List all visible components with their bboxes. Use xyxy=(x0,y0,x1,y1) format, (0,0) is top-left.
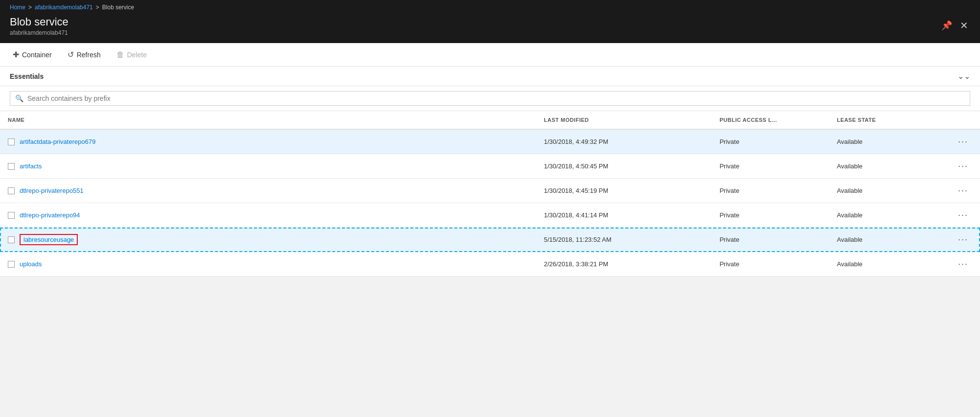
row-checkbox[interactable] xyxy=(8,163,15,170)
public-access-cell: Private xyxy=(712,252,829,277)
name-cell-content: artifactdata-privaterepo679 xyxy=(8,138,528,145)
toolbar: ✚ Container ↺ Refresh 🗑 Delete xyxy=(0,43,980,67)
name-cell: dtlrepo-privaterepo94 xyxy=(0,203,536,228)
table-container: NAME LAST MODIFIED PUBLIC ACCESS L... LE… xyxy=(0,111,980,277)
table-body: artifactdata-privaterepo6791/30/2018, 4:… xyxy=(0,129,980,277)
lease-state-cell: Available xyxy=(829,228,946,252)
row-checkbox[interactable] xyxy=(8,236,15,243)
container-name-link[interactable]: labresourceusage xyxy=(23,236,74,243)
more-actions-button[interactable]: ··· xyxy=(954,136,972,148)
breadcrumb-account[interactable]: afabrikamdemolab471 xyxy=(35,4,93,11)
lease-state-cell: Available xyxy=(829,252,946,277)
refresh-icon: ↺ xyxy=(67,50,74,59)
close-button[interactable]: ✕ xyxy=(958,18,970,33)
title-row: Blob service afabrikamdemolab471 📌 ✕ xyxy=(10,13,970,43)
container-name-link[interactable]: dtlrepo-privaterepo551 xyxy=(20,187,84,194)
search-wrapper: 🔍 xyxy=(10,91,970,106)
last-modified-cell: 2/26/2018, 3:38:21 PM xyxy=(536,252,712,277)
page-subtitle: afabrikamdemolab471 xyxy=(10,29,68,36)
search-bar: 🔍 xyxy=(0,86,980,111)
col-lease: LEASE STATE xyxy=(829,111,946,129)
last-modified-cell: 1/30/2018, 4:49:32 PM xyxy=(536,129,712,154)
container-name-link[interactable]: uploads xyxy=(20,260,42,268)
row-checkbox[interactable] xyxy=(8,261,15,268)
refresh-button[interactable]: ↺ Refresh xyxy=(65,48,104,61)
breadcrumb-current: Blob service xyxy=(102,4,134,11)
public-access-cell: Private xyxy=(712,129,829,154)
delete-button[interactable]: 🗑 Delete xyxy=(113,48,150,61)
name-cell-content: artifacts xyxy=(8,162,528,170)
public-access-cell: Private xyxy=(712,203,829,228)
header-actions: 📌 ✕ xyxy=(939,16,970,33)
essentials-label: Essentials xyxy=(10,72,44,80)
row-checkbox[interactable] xyxy=(8,139,15,145)
container-name-link[interactable]: artifacts xyxy=(20,162,42,170)
breadcrumb-sep2: > xyxy=(96,4,99,11)
breadcrumb-home[interactable]: Home xyxy=(10,4,25,11)
name-cell: artifactdata-privaterepo679 xyxy=(0,129,536,154)
close-icon: ✕ xyxy=(960,20,968,31)
name-cell: uploads xyxy=(0,252,536,277)
actions-cell: ··· xyxy=(946,179,980,203)
table-row[interactable]: artifactdata-privaterepo6791/30/2018, 4:… xyxy=(0,129,980,154)
table-header: NAME LAST MODIFIED PUBLIC ACCESS L... LE… xyxy=(0,111,980,129)
container-name-link[interactable]: dtlrepo-privaterepo94 xyxy=(20,211,80,219)
more-actions-button[interactable]: ··· xyxy=(954,233,972,246)
lease-state-cell: Available xyxy=(829,179,946,203)
lease-state-cell: Available xyxy=(829,154,946,179)
public-access-cell: Private xyxy=(712,154,829,179)
lease-state-cell: Available xyxy=(829,203,946,228)
col-access: PUBLIC ACCESS L... xyxy=(712,111,829,129)
actions-cell: ··· xyxy=(946,228,980,252)
name-cell: labresourceusage xyxy=(0,228,536,252)
col-actions xyxy=(946,111,980,129)
plus-icon: ✚ xyxy=(13,50,19,59)
breadcrumb: Home > afabrikamdemolab471 > Blob servic… xyxy=(10,0,970,13)
last-modified-cell: 5/15/2018, 11:23:52 AM xyxy=(536,228,712,252)
last-modified-cell: 1/30/2018, 4:50:45 PM xyxy=(536,154,712,179)
actions-cell: ··· xyxy=(946,129,980,154)
delete-icon: 🗑 xyxy=(116,50,124,59)
breadcrumb-sep1: > xyxy=(28,4,32,11)
col-name: NAME xyxy=(0,111,536,129)
more-actions-button[interactable]: ··· xyxy=(954,160,972,172)
containers-table: NAME LAST MODIFIED PUBLIC ACCESS L... LE… xyxy=(0,111,980,277)
lease-state-cell: Available xyxy=(829,129,946,154)
name-cell-content: dtlrepo-privaterepo551 xyxy=(8,187,528,194)
pin-icon: 📌 xyxy=(941,20,952,31)
title-block: Blob service afabrikamdemolab471 xyxy=(10,16,68,36)
table-row[interactable]: dtlrepo-privaterepo5511/30/2018, 4:45:19… xyxy=(0,179,980,203)
name-cell-content: uploads xyxy=(8,260,528,268)
header: Home > afabrikamdemolab471 > Blob servic… xyxy=(0,0,980,43)
name-cell-content: labresourceusage xyxy=(8,234,528,245)
actions-cell: ··· xyxy=(946,203,980,228)
row-checkbox[interactable] xyxy=(8,212,15,219)
add-container-button[interactable]: ✚ Container xyxy=(10,48,55,61)
more-actions-button[interactable]: ··· xyxy=(954,185,972,197)
search-icon: 🔍 xyxy=(15,94,23,102)
name-cell: dtlrepo-privaterepo551 xyxy=(0,179,536,203)
actions-cell: ··· xyxy=(946,154,980,179)
essentials-toggle[interactable]: ⌄⌄ xyxy=(958,71,970,81)
more-actions-button[interactable]: ··· xyxy=(954,258,972,270)
table-row[interactable]: labresourceusage5/15/2018, 11:23:52 AMPr… xyxy=(0,228,980,252)
search-input[interactable] xyxy=(27,94,965,102)
name-cell: artifacts xyxy=(0,154,536,179)
container-name-link[interactable]: artifactdata-privaterepo679 xyxy=(20,138,95,145)
table-row[interactable]: artifacts1/30/2018, 4:50:45 PMPrivateAva… xyxy=(0,154,980,179)
last-modified-cell: 1/30/2018, 4:45:19 PM xyxy=(536,179,712,203)
last-modified-cell: 1/30/2018, 4:41:14 PM xyxy=(536,203,712,228)
row-checkbox[interactable] xyxy=(8,187,15,194)
actions-cell: ··· xyxy=(946,252,980,277)
pin-button[interactable]: 📌 xyxy=(939,18,954,33)
table-row[interactable]: dtlrepo-privaterepo941/30/2018, 4:41:14 … xyxy=(0,203,980,228)
page-title: Blob service xyxy=(10,16,68,28)
name-cell-content: dtlrepo-privaterepo94 xyxy=(8,211,528,219)
col-modified: LAST MODIFIED xyxy=(536,111,712,129)
table-row[interactable]: uploads2/26/2018, 3:38:21 PMPrivateAvail… xyxy=(0,252,980,277)
essentials-bar: Essentials ⌄⌄ xyxy=(0,67,980,86)
more-actions-button[interactable]: ··· xyxy=(954,209,972,221)
public-access-cell: Private xyxy=(712,228,829,252)
public-access-cell: Private xyxy=(712,179,829,203)
